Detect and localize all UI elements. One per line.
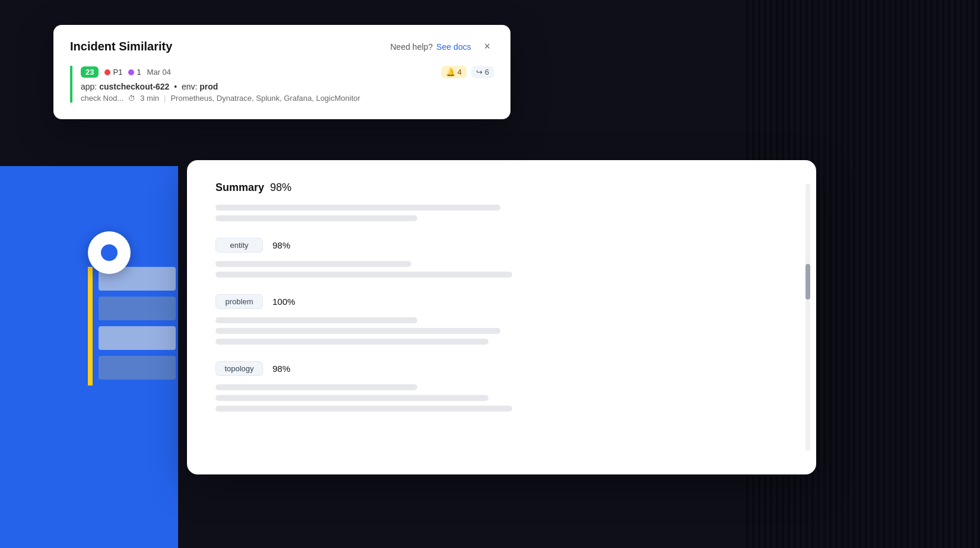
incident-body: 23 P1 1 Mar 04 🔔 4 ↪ 6: [81, 66, 494, 103]
summary-title: Summary: [215, 181, 264, 194]
sidebar-block-3: [99, 326, 176, 350]
forward-icon: ↪: [476, 68, 483, 77]
sidebar-gray-blocks: [99, 267, 176, 385]
incident-detail-line: app: custcheckout-622 • env: prod: [81, 82, 494, 91]
scrollbar-track[interactable]: [805, 184, 810, 451]
incident-id-badge: 23: [81, 66, 99, 78]
entity-bar-2: [215, 272, 512, 278]
incident-meta-top: 23 P1 1 Mar 04 🔔 4 ↪ 6: [81, 66, 494, 78]
incident-check: check Nod...: [81, 94, 123, 103]
see-docs-link[interactable]: See docs: [436, 42, 471, 52]
topology-bar-3: [215, 406, 512, 412]
topology-bar-1: [215, 384, 417, 390]
env-label: env:: [182, 82, 197, 91]
priority-dot: [104, 69, 110, 75]
topology-pct: 98%: [272, 364, 290, 374]
avatar-circle[interactable]: [88, 231, 131, 274]
priority-label: P1: [113, 68, 122, 77]
incident-date: Mar 04: [147, 68, 171, 77]
problem-pct: 100%: [272, 297, 295, 307]
alerts-count: 1: [137, 68, 141, 77]
topology-skeleton-group: [215, 384, 788, 412]
env-value: prod: [199, 82, 218, 91]
incident-row: 23 P1 1 Mar 04 🔔 4 ↪ 6: [70, 66, 494, 103]
app-value: custcheckout-622: [99, 82, 169, 91]
problem-label: problem: [215, 294, 263, 309]
help-text-label: Need help?: [390, 42, 433, 52]
incident-sources: Prometheus, Dynatrace, Splunk, Grafana, …: [170, 94, 360, 103]
notification-count: 4: [458, 68, 462, 77]
notification-badge: 🔔 4: [441, 66, 467, 78]
modal-header: Incident Similarity Need help? See docs …: [70, 39, 494, 54]
problem-section: problem 100%: [215, 294, 788, 345]
modal-help-text: Need help? See docs: [390, 42, 471, 52]
skeleton-bar-1: [215, 205, 500, 211]
entity-score-row: entity 98%: [215, 238, 788, 253]
detail-card: Summary 98% entity 98% problem 100%: [187, 160, 816, 474]
incident-similarity-modal: Incident Similarity Need help? See docs …: [53, 25, 510, 119]
topology-section: topology 98%: [215, 361, 788, 412]
problem-bar-1: [215, 317, 417, 323]
problem-bar-2: [215, 328, 500, 334]
modal-close-button[interactable]: ×: [480, 39, 494, 54]
forward-badge: ↪ 6: [471, 66, 494, 78]
incident-sub-line: check Nod... ⏱ 3 min | Prometheus, Dynat…: [81, 94, 494, 103]
entity-label: entity: [215, 238, 263, 253]
yellow-accent-stripe: [88, 267, 93, 385]
skeleton-bar-2: [215, 215, 417, 221]
forward-count: 6: [485, 68, 489, 77]
summary-header: Summary 98%: [215, 181, 788, 194]
avatar-dot: [101, 244, 118, 261]
alert-badge: 1: [128, 68, 141, 77]
problem-skeleton-group: [215, 317, 788, 345]
incident-actions: 🔔 4 ↪ 6: [441, 66, 494, 78]
sidebar-block-2: [99, 297, 176, 320]
entity-section: entity 98%: [215, 238, 788, 278]
summary-skeleton-bars: [215, 205, 788, 221]
topology-score-row: topology 98%: [215, 361, 788, 376]
entity-skeleton-group: [215, 261, 788, 278]
modal-title: Incident Similarity: [70, 40, 172, 53]
entity-pct: 98%: [272, 240, 290, 250]
priority-badge: P1: [104, 68, 122, 77]
topology-bar-2: [215, 395, 489, 401]
incident-time: 3 min: [140, 94, 159, 103]
modal-help-area: Need help? See docs ×: [390, 39, 494, 54]
clock-icon: ⏱: [128, 94, 135, 103]
problem-score-row: problem 100%: [215, 294, 788, 309]
separator: |: [164, 94, 166, 103]
app-label: app:: [81, 82, 97, 91]
entity-bar-1: [215, 261, 411, 267]
bell-icon: 🔔: [446, 68, 455, 77]
alert-dot: [128, 69, 134, 75]
problem-bar-3: [215, 339, 489, 345]
topology-label: topology: [215, 361, 263, 376]
summary-pct: 98%: [270, 181, 291, 194]
sidebar-block-4: [99, 356, 176, 380]
scrollbar-thumb[interactable]: [805, 264, 810, 300]
